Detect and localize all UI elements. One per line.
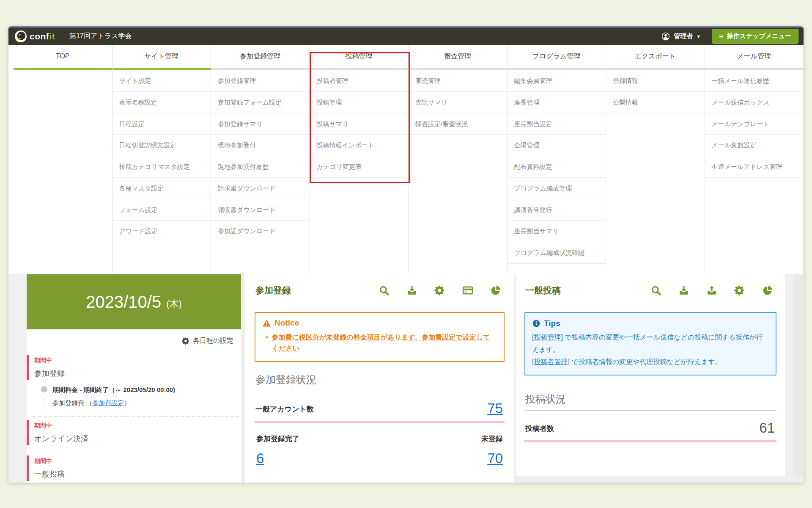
upload-icon[interactable]: [706, 285, 717, 296]
user-icon: [661, 32, 670, 41]
gear-icon[interactable]: [434, 285, 445, 296]
author-count-row: 投稿者数 61: [524, 420, 776, 442]
menu-item[interactable]: 日程切替説明文設定: [112, 135, 211, 156]
unregistered-value[interactable]: 70: [487, 450, 503, 467]
appbar-right: 管理者 ▼ ≡ 操作ステップメニュー: [661, 29, 798, 44]
menu-item[interactable]: 配布資料設定: [508, 156, 606, 178]
menu-item[interactable]: 日程設定: [112, 113, 211, 135]
menu-item[interactable]: 参加登録管理: [211, 70, 310, 92]
submission-admin-link[interactable]: 投稿管理: [534, 334, 561, 341]
menu-items-program: 編集委員管理座長管理座長割当設定会場管理配布資料設定プログラム編成管理講演番号発…: [508, 70, 606, 274]
pie-chart-icon[interactable]: [762, 285, 773, 296]
notice-link[interactable]: 参加費に税区分が未登録の料金項目があります。参加費設定で設定してください: [272, 332, 496, 354]
menu-tab-registration[interactable]: 参加登録管理: [211, 45, 310, 68]
menu-item[interactable]: 査読管理: [409, 70, 507, 92]
brand-wordmark: confit: [30, 31, 55, 41]
menu-item[interactable]: 投稿サマリ: [310, 113, 409, 135]
hamburger-icon: ≡: [719, 33, 724, 40]
menu-item[interactable]: アワード設定: [112, 221, 211, 242]
gear-icon: [182, 337, 190, 345]
user-menu[interactable]: 管理者 ▼: [661, 32, 701, 41]
registration-panel: 参加登録 Notice • 参加費に税区分が未登録の料金項目があります。参加費設…: [245, 274, 514, 483]
menu-item[interactable]: 会場管理: [508, 135, 606, 156]
menu-item[interactable]: 講演番号発行: [508, 199, 606, 221]
app-window: confit 第17回アトラス学会 管理者 ▼ ≡ 操作ステップメニュー TOP: [8, 26, 804, 483]
author-admin-link[interactable]: 投稿者管理: [534, 358, 568, 365]
menu-item[interactable]: 座長管理: [508, 92, 606, 113]
menu-tab-site[interactable]: サイト管理: [112, 45, 211, 68]
menu-column-review: 審査管理 査読管理査読サマリ採否設定/審査状況: [409, 45, 508, 274]
completed-cell: 参加登録完了 6: [256, 434, 299, 467]
menu-item[interactable]: 座長割当サマリ: [508, 221, 606, 242]
menu-item[interactable]: 投稿者管理: [310, 70, 409, 92]
scrollbar[interactable]: [794, 274, 803, 476]
pie-chart-icon[interactable]: [490, 285, 501, 296]
schedule-settings-link[interactable]: 各日程の設定: [27, 329, 241, 351]
download-icon[interactable]: [406, 285, 417, 296]
menu-item[interactable]: 各種マスタ設定: [112, 178, 211, 199]
submission-panel: 一般投稿 Tips [投稿管理] で投稿内容の変更や一括メール送信などの投稿に関…: [516, 274, 785, 476]
menu-tab-review[interactable]: 審査管理: [409, 45, 507, 68]
menu-item[interactable]: 参加証ダウンロード: [211, 221, 310, 242]
menu-item[interactable]: 公開情報: [606, 92, 705, 113]
menu-item[interactable]: 現地参加受付履歴: [211, 156, 310, 178]
period-status-badge: 期間中: [34, 422, 241, 430]
period-name: 一般投稿: [34, 469, 241, 479]
panel-action-icons: [650, 285, 773, 296]
menu-item[interactable]: 採否設定/審査状況: [409, 113, 507, 135]
search-icon[interactable]: [650, 285, 661, 296]
menu-item[interactable]: 投稿カテゴリマスタ設定: [112, 156, 211, 178]
menu-tab-export[interactable]: エクスポート: [606, 45, 705, 68]
fee-settings-link[interactable]: 参加費設定: [92, 399, 124, 406]
site-title: 第17回アトラス学会: [69, 32, 132, 41]
menu-item[interactable]: 請求書ダウンロード: [211, 178, 310, 199]
confit-logo[interactable]: confit: [14, 30, 55, 43]
menu-tab-mail[interactable]: メール管理: [705, 45, 804, 68]
notice-title: Notice: [262, 318, 496, 328]
menu-item[interactable]: 領収書ダウンロード: [211, 199, 310, 221]
period-status-badge: 期間中: [34, 458, 241, 465]
menu-tab-top[interactable]: TOP: [14, 45, 112, 68]
menu-item[interactable]: 編集委員管理: [508, 70, 606, 92]
menu-item[interactable]: メールテンプレート: [705, 113, 804, 135]
panel-title: 参加登録: [255, 284, 291, 296]
menu-item[interactable]: カテゴリ変更表: [310, 156, 409, 178]
menu-tab-submission[interactable]: 投稿管理: [310, 45, 409, 68]
period-header: 期間中 オンライン決済: [27, 420, 241, 445]
menu-column-site: サイト管理 サイト設定表示名称設定日程設定日程切替説明文設定投稿カテゴリマスタ設…: [112, 45, 211, 274]
search-icon[interactable]: [379, 285, 390, 296]
menu-item[interactable]: 投稿情報インポート: [310, 135, 409, 156]
dashboard: 2023/10/5 (木) 各日程の設定 期間中 参加登録 期間料金 - 期間終…: [8, 274, 804, 483]
menu-item[interactable]: 参加登録サマリ: [211, 113, 310, 135]
menu-column-export: エクスポート 登録情報公開情報: [606, 45, 705, 274]
menu-item[interactable]: 参加登録フォーム設定: [211, 92, 310, 113]
menu-item[interactable]: プログラム編成管理: [508, 178, 606, 199]
step-menu-label: 操作ステップメニュー: [727, 32, 791, 40]
menu-item[interactable]: 表示名称設定: [112, 92, 211, 113]
menu-item[interactable]: サイト設定: [112, 70, 211, 92]
period-name: 参加登録: [34, 368, 241, 378]
notice-box: Notice • 参加費に税区分が未登録の料金項目があります。参加費設定で設定し…: [255, 312, 505, 362]
menu-item[interactable]: 査読サマリ: [409, 92, 507, 113]
menu-item[interactable]: 登録情報: [606, 70, 705, 92]
step-menu-button[interactable]: ≡ 操作ステップメニュー: [712, 29, 798, 44]
completed-value[interactable]: 6: [256, 450, 299, 467]
menu-tab-program[interactable]: プログラム管理: [508, 45, 606, 68]
menu-item[interactable]: フォーム設定: [112, 199, 211, 221]
download-icon[interactable]: [678, 285, 689, 296]
credit-card-icon[interactable]: [462, 285, 473, 296]
gear-icon[interactable]: [734, 285, 745, 296]
period-timeline: 期間料金 - 期間終了（～ 2023/05/20 00:00) 参加登録費 （参…: [44, 383, 241, 410]
menu-item[interactable]: 一括メール送信履歴: [705, 70, 804, 92]
menu-item[interactable]: メール送信ボックス: [705, 92, 804, 113]
menu-item[interactable]: メール変数設定: [705, 135, 804, 156]
menu-item[interactable]: 不達メールアドレス管理: [705, 156, 804, 178]
menu-item[interactable]: プログラム編成状況確認: [508, 242, 606, 264]
menu-item[interactable]: 座長割当設定: [508, 113, 606, 135]
menu-items-submission: 投稿者管理投稿管理投稿サマリ投稿情報インポートカテゴリ変更表: [310, 70, 409, 274]
menu-item[interactable]: 投稿管理: [310, 92, 409, 113]
stat-label: 参加登録完了: [256, 434, 299, 446]
account-count-value[interactable]: 75: [487, 400, 503, 417]
menu-item[interactable]: 現地参加受付: [211, 135, 310, 156]
submission-status-heading: 投稿状況: [524, 392, 776, 411]
